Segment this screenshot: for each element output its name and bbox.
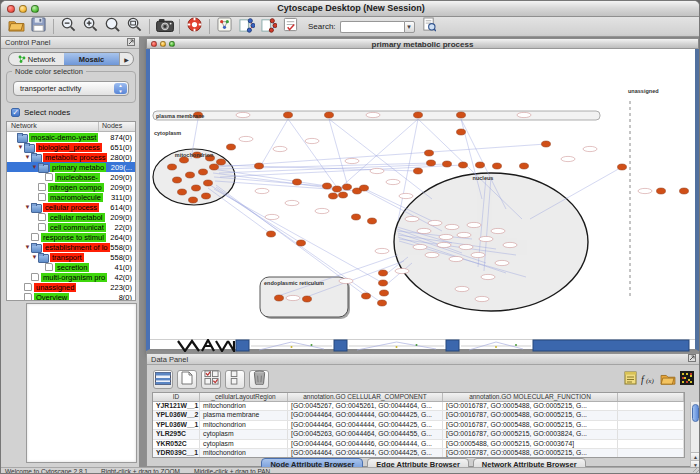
tab-network[interactable]: Network — [9, 53, 64, 65]
tree-row[interactable]: ▼transport558(0) — [7, 252, 135, 262]
help-button[interactable] — [185, 18, 204, 35]
table-row[interactable]: YLR295Ccytoplasm[GO:0045263, GO:0044464,… — [153, 430, 684, 439]
network-node[interactable] — [199, 169, 208, 175]
network-node[interactable] — [352, 214, 361, 220]
network-node[interactable] — [178, 189, 187, 195]
tree-row[interactable]: cell communicat22(0) — [7, 222, 135, 232]
network-node[interactable] — [333, 186, 342, 192]
network-node[interactable] — [202, 193, 211, 199]
network-node[interactable] — [189, 197, 198, 203]
network-node[interactable] — [297, 240, 306, 246]
function-button[interactable]: f(x) — [641, 371, 656, 389]
network-node[interactable] — [680, 188, 689, 194]
network-node[interactable] — [457, 129, 466, 135]
network-node[interactable] — [542, 141, 551, 147]
expand-arrow-icon[interactable]: ▼ — [24, 244, 31, 250]
network-node[interactable] — [379, 280, 388, 286]
network-canvas[interactable]: plasma membranecytoplasmmitochondrionnuc… — [146, 49, 699, 338]
tree-row[interactable]: response to stimul264(0) — [7, 232, 135, 242]
table-column-header[interactable]: ID — [153, 393, 200, 401]
zoom-fit-button[interactable] — [125, 18, 144, 35]
expand-arrow-icon[interactable]: ▼ — [31, 164, 38, 170]
network-node[interactable] — [343, 184, 352, 190]
tree-row[interactable]: Overview8(0) — [7, 292, 135, 301]
scrollbar-thumb[interactable] — [692, 404, 699, 422]
attribute-table[interactable]: ID_cellularLayoutRegionannotation.GO CEL… — [152, 392, 685, 458]
tree-row[interactable]: cellular metabol209(0) — [7, 212, 135, 222]
network-node[interactable] — [267, 231, 276, 237]
table-row[interactable]: YJR121W__1mitochondrion[GO:0045267, GO:0… — [153, 402, 684, 411]
attribute-table-button[interactable] — [153, 370, 173, 389]
network-node[interactable] — [414, 168, 423, 174]
tree-row[interactable]: ▼establishment of lo558(0) — [7, 242, 135, 252]
snapshot-button[interactable] — [155, 18, 174, 35]
zoom-selected-button[interactable] — [103, 18, 122, 35]
float-panel-icon[interactable] — [127, 38, 135, 48]
network-node[interactable] — [657, 188, 666, 194]
birds-eye-view[interactable] — [26, 303, 137, 463]
search-dropdown-arrow[interactable]: ▼ — [404, 21, 415, 33]
network-node[interactable] — [493, 163, 502, 169]
open-button[interactable] — [7, 18, 26, 35]
network-node[interactable] — [425, 150, 434, 156]
network-node[interactable] — [520, 163, 529, 169]
network-node[interactable] — [227, 144, 236, 150]
import-button[interactable] — [660, 371, 676, 389]
network-node[interactable] — [380, 290, 389, 296]
table-column-header[interactable] — [618, 393, 684, 401]
table-row[interactable]: YKR052Ccytoplasm[GO:0044464, GO:0044446,… — [153, 440, 684, 449]
new-attribute-button[interactable] — [177, 370, 197, 389]
network-view-titlebar[interactable]: primary metabolic process — [146, 38, 699, 49]
network-node[interactable] — [476, 162, 485, 168]
delete-attribute-button[interactable] — [249, 370, 269, 389]
tree-row[interactable]: ▼cellular process614(0) — [7, 202, 135, 212]
float-panel-icon[interactable] — [688, 354, 696, 364]
resize-grip[interactable] — [693, 467, 700, 474]
tree-row[interactable]: macromolecule311(0) — [7, 192, 135, 202]
network-node[interactable] — [173, 177, 182, 183]
tree-row[interactable]: secretion41(0) — [7, 262, 135, 272]
notes-button[interactable] — [624, 371, 637, 389]
tree-col-nodes[interactable]: Nodes — [99, 122, 135, 131]
tree-col-network[interactable]: Network — [7, 122, 99, 131]
network-node[interactable] — [217, 159, 226, 165]
zoom-in-button[interactable] — [81, 18, 100, 35]
network-node[interactable] — [293, 179, 302, 185]
network-node[interactable] — [459, 162, 468, 168]
network-overview-button[interactable] — [215, 18, 234, 35]
network-node[interactable] — [368, 218, 377, 224]
expand-arrow-icon[interactable]: ▼ — [24, 154, 31, 160]
network-node[interactable] — [414, 112, 423, 118]
table-row[interactable]: YDR039C__1mitochondrion[GO:0044464, GO:0… — [153, 449, 684, 458]
network-node[interactable] — [378, 300, 387, 306]
table-row[interactable]: YPL036W__2plasma membrane[GO:0044464, GO… — [153, 411, 684, 420]
unselect-attributes-button[interactable] — [225, 370, 245, 389]
network-node[interactable] — [362, 293, 371, 299]
tree-row[interactable]: nitrogen compo209(0) — [7, 182, 135, 192]
tree-row[interactable]: unassigned223(0) — [7, 282, 135, 292]
network-node[interactable] — [379, 270, 388, 276]
network-node[interactable] — [618, 164, 627, 170]
table-column-header[interactable]: annotation.GO MOLECULAR_FUNCTION — [443, 393, 618, 401]
network-node[interactable] — [210, 164, 219, 170]
network-node[interactable] — [284, 112, 293, 118]
network-node[interactable] — [192, 185, 201, 191]
network-node[interactable] — [168, 164, 177, 170]
table-column-header[interactable]: _cellularLayoutRegion — [200, 393, 288, 401]
tree-row[interactable]: multi-organism pro42(0) — [7, 272, 135, 282]
layout-blue-button[interactable] — [237, 18, 256, 35]
tab-overflow-arrow[interactable]: ▶ — [119, 53, 133, 65]
annotation-check-button[interactable] — [281, 18, 300, 35]
network-node[interactable] — [457, 112, 466, 118]
network-node[interactable] — [186, 172, 195, 178]
network-node[interactable] — [255, 163, 264, 169]
select-nodes-checkbox[interactable]: ✓ — [11, 108, 20, 117]
network-node[interactable] — [443, 161, 452, 167]
layout-red-button[interactable] — [259, 18, 278, 35]
network-node[interactable] — [427, 160, 436, 166]
network-canvas-bottom-strip[interactable] — [146, 338, 699, 351]
network-node[interactable] — [325, 112, 334, 118]
expand-arrow-icon[interactable]: ▼ — [24, 204, 31, 210]
table-column-header[interactable]: annotation.GO CELLULAR_COMPONENT — [288, 393, 443, 401]
network-node[interactable] — [339, 192, 348, 198]
